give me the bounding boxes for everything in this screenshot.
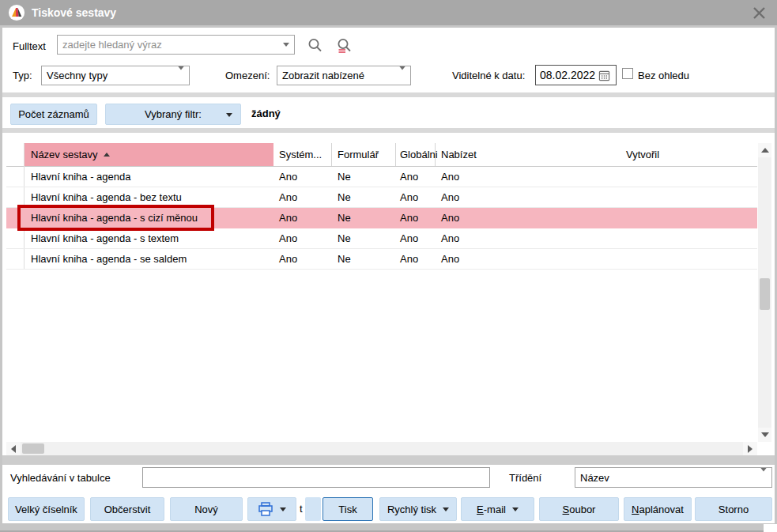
pocet-zaznamu-label: Počet záznamů <box>18 108 89 120</box>
cell-globalni: Ano <box>400 167 418 187</box>
trideni-dropdown[interactable]: Název <box>575 467 772 488</box>
arrow-left-icon <box>11 445 16 453</box>
chevron-down-icon <box>760 468 767 484</box>
chevron-down-icon <box>226 113 232 117</box>
cell-system: Ano <box>279 208 297 228</box>
chevron-down-icon <box>399 66 405 81</box>
fulltext-search-icon[interactable] <box>335 36 354 58</box>
printer-icon <box>258 502 273 516</box>
search-icon[interactable] <box>306 36 325 58</box>
cell-globalni: Ano <box>400 208 418 228</box>
separator <box>2 128 775 133</box>
scroll-up-button[interactable] <box>758 143 771 157</box>
trideni-value: Název <box>580 472 609 484</box>
column-header-vytvoril[interactable]: Vytvořil <box>620 143 757 166</box>
cell-nabizet: Ano <box>441 208 459 228</box>
table-row[interactable]: Hlavní kniha - agenda - se saldem Ano Ne… <box>6 249 757 270</box>
annotation-highlight-rect <box>17 205 214 231</box>
filtr-value: žádný <box>251 107 281 121</box>
cell-globalni: Ano <box>400 228 418 248</box>
cell-formular: Ne <box>338 187 351 207</box>
date-input[interactable]: 08.02.2022 <box>535 65 617 85</box>
typ-dropdown[interactable]: Všechny typy <box>41 66 190 85</box>
cell-nabizet: Ano <box>441 228 459 248</box>
cell-system: Ano <box>279 228 297 248</box>
obcerstvit-button[interactable]: Občerstvit <box>90 497 164 521</box>
rychly-tisk-button[interactable]: Rychlý tisk <box>379 497 457 521</box>
separator-band <box>2 455 775 465</box>
viditelne-label: Viditelné k datu: <box>452 69 525 83</box>
cell-globalni: Ano <box>400 187 418 207</box>
horizontal-scrollbar[interactable] <box>6 442 757 455</box>
dialog-content: Fulltext Typ: Všechny typy Omezení: <box>2 28 775 523</box>
pocet-zaznamu-button[interactable]: Počet záznamů <box>10 104 97 125</box>
scroll-left-button[interactable] <box>6 442 21 455</box>
cell-nazev: Hlavní kniha - agenda <box>31 167 130 187</box>
horizontal-scroll-thumb[interactable] <box>22 443 44 454</box>
cell-formular: Ne <box>338 249 351 269</box>
fulltext-combobox[interactable] <box>57 35 295 55</box>
typ-value: Všechny typy <box>47 70 107 81</box>
typ-label: Typ: <box>13 69 32 83</box>
cell-nabizet: Ano <box>441 249 459 269</box>
column-header-system[interactable]: Systém... <box>273 143 332 166</box>
arrow-down-icon <box>761 432 769 437</box>
velky-ciselnik-button[interactable]: Velký číselník <box>8 497 85 521</box>
vybrany-filtr-dropdown[interactable]: Vybraný filtr: <box>105 104 241 125</box>
column-header-globalni[interactable]: Globálni <box>396 143 436 166</box>
chevron-down-icon[interactable] <box>283 43 289 47</box>
column-header-formular[interactable]: Formulář <box>332 143 396 166</box>
novy-button[interactable]: Nový <box>170 497 243 521</box>
arrow-right-icon <box>748 445 752 453</box>
screen-corner <box>764 524 777 532</box>
cell-nazev: Hlavní kniha - agenda - se saldem <box>31 249 187 269</box>
chevron-down-icon <box>280 507 286 511</box>
table-row[interactable]: Hlavní kniha - agenda - s textem Ano Ne … <box>6 228 757 249</box>
fulltext-label: Fulltext <box>13 40 46 54</box>
cell-formular: Ne <box>338 208 351 228</box>
vertical-scrollbar[interactable] <box>758 143 771 442</box>
omezeni-label: Omezení: <box>225 69 270 83</box>
print-dropdown-button[interactable] <box>247 497 296 521</box>
cell-system: Ano <box>279 249 297 269</box>
arrow-up-icon <box>761 148 769 153</box>
button-fragment <box>305 497 321 521</box>
cell-nabizet: Ano <box>441 187 459 207</box>
cell-system: Ano <box>279 187 297 207</box>
cell-formular: Ne <box>338 167 351 187</box>
trideni-label: Třídění <box>509 471 541 485</box>
table-search-input[interactable] <box>142 467 490 488</box>
column-header-nazev[interactable]: Název sestavy <box>24 143 273 166</box>
omezeni-dropdown[interactable]: Zobrazit nabízené <box>277 66 411 85</box>
cell-system: Ano <box>279 167 297 187</box>
vybrany-filtr-label: Vybraný filtr: <box>145 108 202 120</box>
storno-button[interactable]: Storno <box>695 497 772 521</box>
chevron-down-icon <box>512 507 519 511</box>
close-icon[interactable] <box>749 2 769 23</box>
scroll-down-button[interactable] <box>758 428 771 442</box>
separator <box>2 92 775 97</box>
chevron-down-icon <box>178 66 184 81</box>
date-value: 08.02.2022 <box>540 69 595 81</box>
naplanovat-button[interactable]: Naplánovat <box>624 497 692 521</box>
vertical-scroll-thumb[interactable] <box>760 278 770 310</box>
app-logo-icon <box>8 4 25 21</box>
bez-ohledu-checkbox[interactable] <box>622 68 633 79</box>
fulltext-input[interactable] <box>57 35 295 55</box>
window-title: Tiskové sestavy <box>32 6 116 19</box>
scroll-right-button[interactable] <box>743 442 757 455</box>
sort-asc-icon <box>104 153 110 157</box>
table-row[interactable]: Hlavní kniha - agenda Ano Ne Ano Ano <box>6 167 757 187</box>
window-frame: Fulltext Typ: Všechny typy Omezení: <box>0 25 777 532</box>
calendar-icon[interactable] <box>598 70 610 81</box>
tisk-button[interactable]: Tisk <box>322 497 373 521</box>
email-button[interactable]: E-mail <box>461 497 534 521</box>
soubor-button[interactable]: Soubor <box>539 497 619 521</box>
cell-globalni: Ano <box>400 249 418 269</box>
cell-nabizet: Ano <box>441 167 459 187</box>
dialog-window: Tiskové sestavy Fulltext <box>0 0 777 532</box>
bez-ohledu-label: Bez ohledu <box>638 69 689 83</box>
chevron-down-icon <box>443 507 449 511</box>
cell-nazev: Hlavní kniha - agenda - s textem <box>31 228 179 248</box>
column-header-nabizet[interactable]: Nabízet <box>436 143 620 166</box>
